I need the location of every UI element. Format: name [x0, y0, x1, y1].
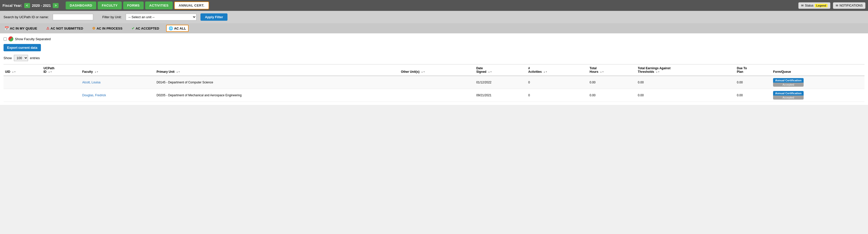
fiscal-year-label: Fiscal Year: — [2, 3, 22, 7]
show-separated-label: Show Faculty Separated — [15, 37, 51, 41]
faculty-link[interactable]: Douglas, Fredrick — [82, 93, 106, 97]
ac-all-icon: 🌐 — [169, 26, 173, 30]
nav-dashboard[interactable]: DASHBOARD — [66, 1, 96, 9]
tab-ac-all[interactable]: 🌐 AC ALL — [166, 25, 188, 32]
col-other-units-label: Other Unit(s) — [401, 70, 420, 74]
nav-forms[interactable]: FORMS — [123, 1, 144, 9]
ac-badge-container[interactable]: Annual CertificationAccepted — [773, 91, 804, 99]
table-header-row: UID ▲▼ UCPathID ▲▼ Faculty ▲▼ Primary Un… — [3, 64, 865, 76]
nav-faculty[interactable]: FACULTY — [98, 1, 121, 9]
sort-ucpath-icon[interactable]: ▲▼ — [48, 71, 52, 73]
cell-uid — [3, 76, 42, 89]
sort-total-hours-icon[interactable]: ▲▼ — [600, 71, 604, 73]
tab-bar: 📅 AC IN MY QUEUE ⚠ AC NOT SUBMITTED ⚙ AC… — [0, 23, 868, 33]
col-total-hours: TotalHours ▲▼ — [588, 64, 636, 76]
nav-buttons: DASHBOARD FACULTY FORMS ACTIVITIES ANNUA… — [66, 1, 209, 9]
cell-date-signed: 01/12/2022 — [475, 76, 527, 89]
warning-icon: ⚠ — [46, 26, 50, 30]
show-separated-row: Show Faculty Separated — [3, 36, 865, 41]
sort-other-units-icon[interactable]: ▲▼ — [421, 71, 425, 73]
sort-activities-icon[interactable]: ▲▼ — [543, 71, 547, 73]
sort-uid-icon[interactable]: ▲▼ — [12, 71, 16, 73]
col-primary-unit: Primary Unit ▲▼ — [155, 64, 399, 76]
cell-other-units — [399, 76, 475, 89]
status-button[interactable]: ✉ Status Legend — [798, 2, 830, 9]
export-button[interactable]: Export current data — [3, 44, 41, 51]
sort-primary-unit-icon[interactable]: ▲▼ — [176, 71, 180, 73]
prev-year-button[interactable]: < — [24, 3, 30, 8]
col-total-hours-label: TotalHours — [590, 66, 598, 74]
tab-not-submitted-label: AC NOT SUBMITTED — [51, 27, 83, 30]
filter-unit-label: Filter by Unit: — [102, 15, 122, 19]
tab-ac-my-queue[interactable]: 📅 AC IN MY QUEUE — [2, 25, 39, 31]
legend-badge: Legend — [815, 4, 828, 7]
cell-primary-unit: D0205 - Department of Mechanical and Aer… — [155, 89, 399, 102]
notifications-button[interactable]: ✉ NOTIFICATIONS — [833, 2, 866, 9]
gear-icon: ⚙ — [92, 26, 95, 30]
ac-badge-container[interactable]: Annual CertificationAccepted — [773, 78, 804, 87]
col-date-signed-label: DateSigned — [476, 66, 486, 74]
cell-faculty: Douglas, Fredrick — [81, 89, 155, 102]
cell-other-units — [399, 89, 475, 102]
tab-my-queue-label: AC IN MY QUEUE — [10, 27, 37, 30]
sort-date-signed-icon[interactable]: ▲▼ — [488, 71, 492, 73]
cell-num-activities: 0 — [527, 89, 588, 102]
unit-select[interactable]: -- Select an unit -- — [126, 13, 196, 21]
sort-total-earnings-icon[interactable]: ▲▼ — [656, 71, 660, 73]
next-year-button[interactable]: > — [53, 3, 59, 8]
tab-all-label: AC ALL — [174, 27, 186, 30]
cell-form-queue: Annual CertificationAccepted — [772, 89, 865, 102]
cell-date-signed: 09/21/2021 — [475, 89, 527, 102]
table-row: Douglas, FredrickD0205 - Department of M… — [3, 89, 865, 102]
show-label: Show — [3, 56, 12, 60]
ac-badge-top: Annual Certification — [773, 91, 804, 95]
header-bar: Fiscal Year: < 2020 - 2021 > DASHBOARD F… — [0, 0, 868, 11]
header-right: ✉ Status Legend ✉ NOTIFICATIONS — [798, 2, 866, 9]
cell-num-activities: 0 — [527, 76, 588, 89]
notif-envelope-icon: ✉ — [836, 4, 838, 7]
search-input[interactable] — [53, 14, 93, 20]
cell-form-queue: Annual CertificationAccepted — [772, 76, 865, 89]
col-primary-unit-label: Primary Unit — [157, 70, 175, 74]
col-faculty-label: Faculty — [82, 70, 93, 74]
separated-icon — [8, 36, 13, 41]
sort-faculty-icon[interactable]: ▲▼ — [94, 71, 98, 73]
nav-activities[interactable]: ACTIVITIES — [145, 1, 173, 9]
faculty-link[interactable]: Alcott, Louisa — [82, 81, 100, 84]
col-due-to-plan: Due ToPlan — [736, 64, 772, 76]
check-icon: ✔ — [131, 26, 134, 30]
cell-primary-unit: D0145 - Department of Computer Science — [155, 76, 399, 89]
ac-badge-top: Annual Certification — [773, 78, 804, 83]
fiscal-year-nav: < 2020 - 2021 > — [24, 3, 59, 8]
col-faculty: Faculty ▲▼ — [81, 64, 155, 76]
fiscal-year-text: 2020 - 2021 — [31, 3, 52, 7]
tab-ac-accepted[interactable]: ✔ AC ACCEPTED — [129, 25, 161, 31]
data-table: UID ▲▼ UCPathID ▲▼ Faculty ▲▼ Primary Un… — [3, 64, 865, 102]
entries-select[interactable]: 100 — [14, 55, 28, 61]
col-due-to-plan-label: Due ToPlan — [737, 66, 747, 74]
tab-in-process-label: AC IN PROCESS — [96, 27, 122, 30]
ac-badge-bottom: Accepted — [773, 95, 804, 99]
nav-annual-cert[interactable]: ANNUAL CERT. — [174, 1, 209, 9]
col-num-activities: #Activities ▲▼ — [527, 64, 588, 76]
search-label: Search by UCPath ID or name: — [3, 15, 49, 19]
col-form-queue: Form/Queue — [772, 64, 865, 76]
col-ucpath-id: UCPathID ▲▼ — [42, 64, 81, 76]
cell-ucpath-id — [42, 76, 81, 89]
cell-uid — [3, 89, 42, 102]
col-total-earnings: Total Earnings AgainstThresholds ▲▼ — [636, 64, 735, 76]
cell-total-hours: 0.00 — [588, 76, 636, 89]
show-separated-checkbox[interactable] — [3, 37, 7, 41]
cell-ucpath-id — [42, 89, 81, 102]
cell-due-to-plan: 0.00 — [736, 76, 772, 89]
table-body: Alcott, LouisaD0145 - Department of Comp… — [3, 76, 865, 102]
cell-total-earnings: 0.00 — [636, 76, 735, 89]
export-row: Export current data — [3, 44, 865, 55]
tab-ac-not-submitted[interactable]: ⚠ AC NOT SUBMITTED — [44, 25, 85, 31]
col-uid-label: UID — [5, 70, 10, 74]
apply-filter-button[interactable]: Apply Filter — [200, 13, 228, 21]
tab-ac-in-process[interactable]: ⚙ AC IN PROCESS — [90, 25, 124, 31]
col-other-units: Other Unit(s) ▲▼ — [399, 64, 475, 76]
col-total-earnings-label: Total Earnings AgainstThresholds — [638, 66, 670, 74]
tab-accepted-label: AC ACCEPTED — [135, 27, 159, 30]
